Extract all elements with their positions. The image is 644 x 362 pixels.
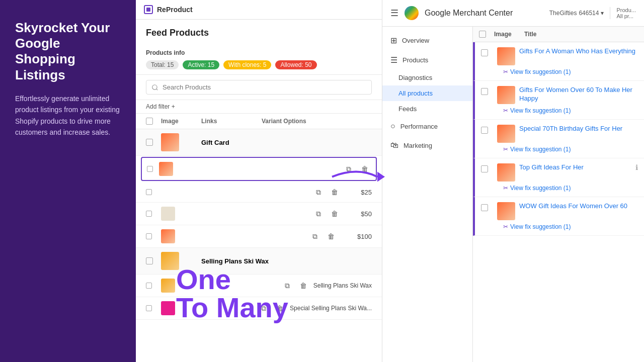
hero-heading: Skyrocket Your Google Shopping Listings	[15, 20, 121, 83]
sidebar-sub-label: Diagnostics	[398, 74, 432, 81]
fix-suggestion-1[interactable]: ✂ View fix suggestion (1)	[503, 68, 638, 75]
copy-icon[interactable]: ⧉	[309, 230, 321, 242]
sidebar-item-feeds[interactable]: Feeds	[382, 101, 472, 117]
sidebar-item-marketing[interactable]: 🛍 Marketing	[382, 136, 472, 155]
sidebar-sub-label: Feeds	[398, 105, 417, 113]
sidebar-item-performance[interactable]: ○ Performance	[382, 117, 472, 136]
sidebar-item-all-products[interactable]: All products	[382, 85, 472, 101]
badge-total: Total: 15	[146, 60, 179, 69]
row-checkbox[interactable]	[481, 204, 488, 211]
col-links-header: Links	[201, 118, 262, 125]
copy-icon[interactable]: ⧉	[343, 163, 355, 175]
list-item: Gift Card	[136, 129, 382, 156]
left-panel: Skyrocket Your Google Shopping Listings …	[0, 0, 136, 362]
row-actions: ⧉ 🗑	[309, 230, 337, 242]
badge-clones: With clones: 5	[223, 60, 271, 69]
row-checkbox[interactable]	[146, 233, 152, 239]
row-checkbox[interactable]	[146, 305, 152, 311]
gift-card-name: Gift Card	[201, 139, 229, 146]
fix-icon: ✂	[503, 107, 508, 114]
fix-suggestion-label: View fix suggestion (1)	[510, 146, 571, 153]
copy-icon[interactable]: ⧉	[312, 208, 325, 220]
gmc-product-tab[interactable]: Produ... All pr...	[610, 7, 636, 19]
list-item: ⧉ 🗑 $25	[136, 182, 382, 203]
products-info-bar: Products info Total: 15 Active: 15 With …	[136, 44, 382, 75]
fix-suggestion-label: View fix suggestion (1)	[510, 107, 571, 114]
row-checkbox[interactable]	[481, 49, 488, 56]
prod-tab-label: Produ...	[616, 7, 636, 13]
row-checkbox[interactable]	[481, 165, 488, 172]
gmc-logo-icon	[405, 6, 419, 20]
product-title[interactable]: WOW Gift Ideas For Women Over 60	[519, 202, 638, 211]
product-thumbnail	[497, 86, 515, 104]
list-item: ⧉ 🗑 $100	[136, 225, 382, 248]
sidebar-item-overview[interactable]: ⊞ Overview	[382, 31, 472, 50]
fix-suggestion-4[interactable]: ✂ View fix suggestion (1)	[503, 185, 638, 192]
row-checkbox[interactable]	[146, 211, 152, 217]
row-checkbox[interactable]	[481, 127, 488, 134]
gift-card-thumbnail	[161, 133, 179, 151]
gmc-panel: ☰ Google Merchant Center TheGifties 6465…	[382, 0, 644, 362]
fix-suggestion-2[interactable]: ✂ View fix suggestion (1)	[503, 107, 638, 114]
row-name: Special Selling Plans Ski Wa...	[290, 305, 372, 312]
gmc-account[interactable]: TheGifties 646514 ▾	[549, 10, 604, 17]
copy-icon[interactable]: ⧉	[281, 280, 293, 292]
product-thumbnail	[497, 202, 515, 220]
fix-suggestion-label: View fix suggestion (1)	[510, 185, 571, 192]
row-checkbox[interactable]	[147, 166, 153, 172]
gmc-select-all[interactable]	[479, 31, 486, 38]
add-filter[interactable]: Add filter +	[136, 100, 382, 114]
list-item[interactable]: ⧉ 🗑	[141, 157, 377, 181]
hero-description: Effortlessly generate unlimited product …	[15, 93, 121, 138]
select-all-checkbox[interactable]	[146, 118, 153, 125]
row-checkbox[interactable]	[146, 283, 152, 289]
products-icon: ☰	[390, 55, 397, 65]
copy-icon[interactable]: ⧉	[312, 186, 325, 198]
row-checkbox[interactable]	[481, 88, 488, 95]
fix-icon: ✂	[503, 146, 508, 153]
sidebar-item-products[interactable]: ☰ Products	[382, 50, 472, 70]
ski-wax-checkbox[interactable]	[146, 257, 153, 264]
gmc-header: ☰ Google Merchant Center TheGifties 6465…	[382, 0, 644, 27]
products-table: Gift Card ⧉ 🗑 ⧉ 🗑 $25	[136, 129, 382, 362]
badges-container: Total: 15 Active: 15 With clones: 5 Allo…	[146, 60, 372, 69]
product-title[interactable]: Top Gift Ideas For Her	[519, 163, 632, 172]
copy-icon[interactable]: ⧉	[258, 302, 270, 314]
product-main-2: Gifts For Women Over 60 To Make Her Happ…	[481, 86, 638, 104]
product-title[interactable]: Gifts For Women Over 60 To Make Her Happ…	[519, 86, 638, 103]
price-value: $50	[361, 210, 372, 218]
delete-icon[interactable]: 🗑	[329, 186, 341, 198]
fix-suggestion-label: View fix suggestion (1)	[510, 223, 571, 230]
product-title[interactable]: Special 70Th Birthday Gifts For Her	[519, 125, 638, 133]
dropdown-icon: ▾	[601, 10, 604, 17]
fix-suggestion-5[interactable]: ✂ View fix suggestion (1)	[503, 223, 638, 230]
ski-wax-thumbnail	[161, 252, 179, 270]
search-bar	[136, 75, 382, 100]
fix-icon: ✂	[503, 185, 508, 192]
fix-suggestion-3[interactable]: ✂ View fix suggestion (1)	[503, 146, 638, 153]
sidebar-item-label: Products	[403, 56, 428, 64]
delete-icon[interactable]: 🗑	[297, 280, 309, 292]
gift-card-checkbox[interactable]	[146, 139, 153, 146]
row-actions: ⧉ 🗑	[312, 208, 341, 220]
delete-icon[interactable]: 🗑	[359, 163, 371, 175]
price-value: $100	[357, 233, 372, 240]
fix-icon: ✂	[503, 68, 508, 75]
hamburger-icon[interactable]: ☰	[390, 8, 398, 19]
account-id: 646514	[579, 10, 599, 17]
delete-icon[interactable]: 🗑	[325, 230, 337, 242]
product-thumbnail	[497, 125, 515, 143]
product-title[interactable]: Gifts For A Woman Who Has Everything	[519, 47, 638, 56]
row-checkbox[interactable]	[146, 189, 152, 195]
row-thumbnail	[159, 162, 173, 176]
reproduct-panel: ReProduct Feed Products Products info To…	[136, 0, 382, 362]
list-item: ⧉ 🗑 $50	[136, 203, 382, 225]
row-thumbnail	[161, 207, 175, 221]
sidebar-item-label: Marketing	[404, 142, 432, 149]
table-header: Image Links Variant Options	[136, 114, 382, 129]
delete-icon[interactable]: 🗑	[274, 302, 286, 314]
row-thumbnail	[161, 279, 175, 293]
sidebar-item-diagnostics[interactable]: Diagnostics	[382, 70, 472, 85]
search-input[interactable]	[146, 80, 372, 95]
delete-icon[interactable]: 🗑	[329, 208, 341, 220]
